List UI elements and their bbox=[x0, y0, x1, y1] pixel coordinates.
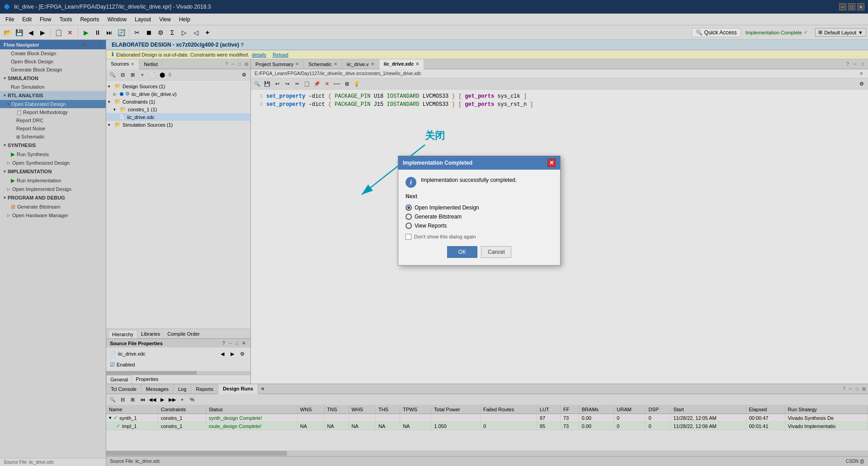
dont-show-label: Don't show this dialog again bbox=[414, 234, 476, 239]
dialog-overlay: Implementation Completed ✕ i Implementat… bbox=[0, 0, 868, 466]
radio-open-impl[interactable]: Open Implemented Design bbox=[406, 203, 553, 212]
dialog-header: Implementation Completed ✕ bbox=[398, 156, 560, 170]
dialog-body: i Implementation successfully completed.… bbox=[398, 170, 560, 265]
implementation-completed-dialog: Implementation Completed ✕ i Implementat… bbox=[398, 156, 561, 266]
dont-show-checkbox[interactable] bbox=[406, 234, 411, 240]
radio-open-impl-circle bbox=[406, 204, 412, 211]
radio-view-reports-label: View Reports bbox=[415, 223, 447, 229]
dialog-ok-btn[interactable]: OK bbox=[447, 246, 477, 258]
dont-show-checkbox-item[interactable]: Don't show this dialog again bbox=[406, 234, 553, 240]
dialog-info-icon: i bbox=[406, 177, 416, 188]
radio-open-impl-label: Open Implemented Design bbox=[415, 204, 479, 211]
dialog-message: Implementation successfully completed. bbox=[421, 177, 517, 183]
dialog-close-btn[interactable]: ✕ bbox=[547, 159, 556, 167]
dialog-info-row: i Implementation successfully completed. bbox=[406, 177, 553, 188]
dialog-buttons: OK Cancel bbox=[406, 246, 553, 258]
dialog-radio-group: Open Implemented Design Generate Bitstre… bbox=[406, 203, 553, 230]
dialog-cancel-btn[interactable]: Cancel bbox=[481, 246, 511, 258]
radio-view-reports[interactable]: View Reports bbox=[406, 221, 553, 230]
radio-gen-bitstream[interactable]: Generate Bitstream bbox=[406, 212, 553, 221]
dialog-next-label: Next bbox=[406, 193, 553, 200]
radio-gen-bitstream-circle bbox=[406, 214, 412, 220]
radio-gen-bitstream-label: Generate Bitstream bbox=[415, 214, 462, 220]
radio-view-reports-circle bbox=[406, 223, 412, 229]
dialog-title: Implementation Completed bbox=[403, 160, 472, 166]
